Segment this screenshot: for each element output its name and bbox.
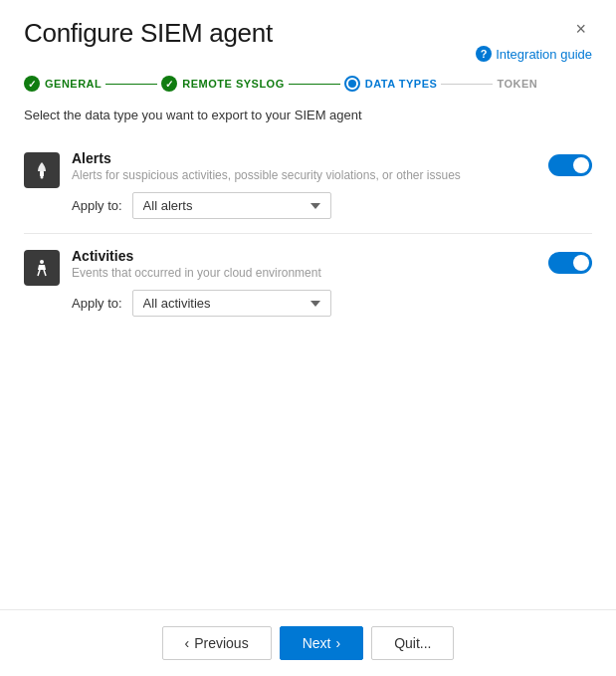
step-general: ✓ GENERAL (24, 76, 102, 92)
integration-guide-label: Integration guide (496, 47, 592, 62)
activities-description: Events that occurred in your cloud envir… (72, 266, 536, 280)
steps-bar: ✓ GENERAL ✓ REMOTE SYSLOG DATA TYPES TOK… (0, 62, 616, 92)
next-button[interactable]: Next › (280, 626, 363, 660)
svg-rect-0 (40, 171, 44, 176)
data-item-activities: Activities Events that occurred in your … (24, 234, 592, 331)
activities-apply-to-row: Apply to: All activities Specific activi… (72, 290, 536, 317)
next-label: Next (303, 635, 331, 651)
alerts-toggle[interactable] (548, 154, 592, 176)
dialog-title: Configure SIEM agent (24, 18, 273, 49)
alerts-title: Alerts (72, 150, 536, 166)
step-remote-syslog: ✓ REMOTE SYSLOG (161, 76, 284, 92)
alerts-apply-to-select[interactable]: All alerts High severity Medium severity… (132, 192, 331, 219)
previous-chevron-icon: ‹ (185, 635, 190, 651)
quit-button[interactable]: Quit... (371, 626, 454, 660)
step-syslog-check-icon: ✓ (161, 76, 177, 92)
step-datatypes-active-icon (344, 76, 360, 92)
activities-toggle[interactable] (548, 252, 592, 274)
dialog-body: Select the data type you want to export … (0, 92, 616, 609)
activities-content: Activities Events that occurred in your … (72, 248, 536, 317)
previous-label: Previous (194, 635, 248, 651)
step-general-check-icon: ✓ (24, 76, 40, 92)
alerts-toggle-track[interactable] (548, 154, 592, 176)
next-chevron-icon: › (335, 635, 340, 651)
activities-icon (24, 250, 60, 286)
configure-siem-dialog: Configure SIEM agent × ? Integration gui… (0, 0, 616, 676)
alerts-content: Alerts Alerts for suspicious activities,… (72, 150, 536, 219)
svg-point-1 (41, 176, 44, 179)
activities-main: Activities Events that occurred in your … (24, 248, 592, 317)
data-item-alerts: Alerts Alerts for suspicious activities,… (24, 136, 592, 234)
section-description: Select the data type you want to export … (24, 108, 592, 122)
previous-button[interactable]: ‹ Previous (162, 626, 272, 660)
close-button[interactable]: × (569, 18, 592, 40)
alerts-description: Alerts for suspicious activities, possib… (72, 168, 536, 182)
step-syslog-label: REMOTE SYSLOG (182, 78, 284, 90)
svg-point-2 (40, 260, 44, 264)
alerts-main: Alerts Alerts for suspicious activities,… (24, 150, 592, 219)
alerts-apply-to-label: Apply to: (72, 198, 122, 213)
alerts-icon (24, 152, 60, 188)
step-data-types: DATA TYPES (344, 76, 438, 92)
quit-label: Quit... (394, 635, 431, 651)
activities-apply-to-label: Apply to: (72, 296, 122, 311)
step-line-1 (105, 84, 157, 85)
activities-toggle-track[interactable] (548, 252, 592, 274)
alerts-apply-to-row: Apply to: All alerts High severity Mediu… (72, 192, 536, 219)
integration-help-icon: ? (476, 46, 492, 62)
step-token-label: TOKEN (497, 78, 537, 90)
step-line-2 (289, 84, 340, 85)
activities-apply-to-select[interactable]: All activities Specific activities (132, 290, 331, 317)
integration-guide-link[interactable]: ? Integration guide (476, 46, 592, 62)
dialog-header: Configure SIEM agent × ? Integration gui… (0, 0, 616, 62)
step-line-3 (441, 84, 493, 85)
step-token: TOKEN (497, 78, 537, 90)
activities-title: Activities (72, 248, 536, 264)
step-general-label: GENERAL (45, 78, 102, 90)
step-datatypes-label: DATA TYPES (365, 78, 438, 90)
header-right: × ? Integration guide (476, 18, 592, 62)
dialog-footer: ‹ Previous Next › Quit... (0, 609, 616, 676)
